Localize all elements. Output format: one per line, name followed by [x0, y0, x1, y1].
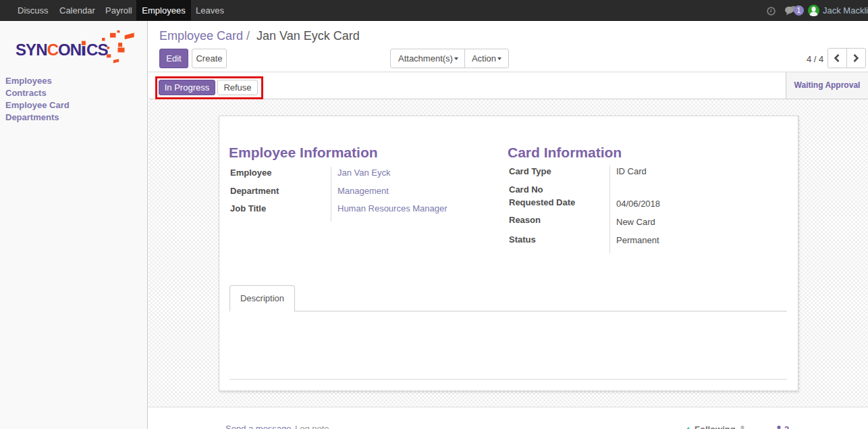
svg-text:CS: CS — [86, 41, 108, 59]
svg-text:SYNCON: SYNCON — [16, 41, 81, 59]
